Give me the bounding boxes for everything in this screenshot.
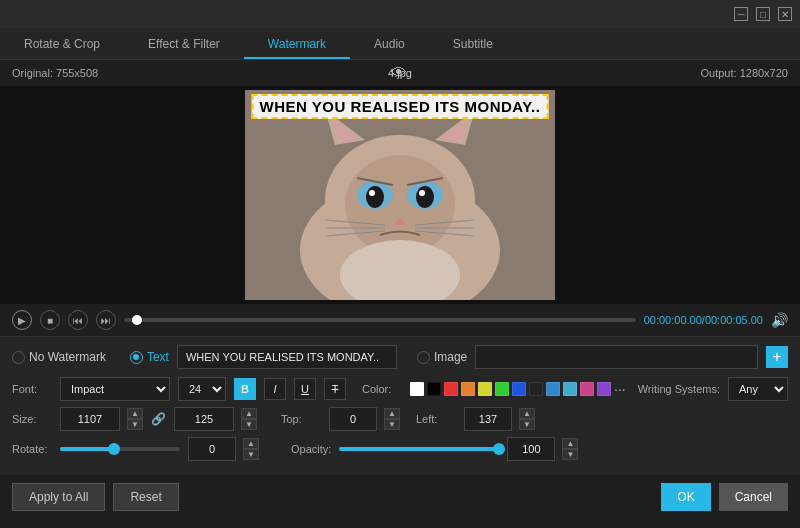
text-watermark-radio[interactable] <box>130 351 143 364</box>
height-input[interactable] <box>174 407 234 431</box>
height-down-button[interactable]: ▼ <box>241 419 257 430</box>
font-size-select[interactable]: 24 12 18 36 <box>178 377 226 401</box>
ok-button[interactable]: OK <box>661 483 710 511</box>
swatch-purple[interactable] <box>597 382 611 396</box>
no-watermark-option[interactable]: No Watermark <box>12 350 106 364</box>
reset-button[interactable]: Reset <box>113 483 178 511</box>
width-down-button[interactable]: ▼ <box>127 419 143 430</box>
top-spinner: ▲ ▼ <box>384 408 400 430</box>
color-swatches: ··· <box>410 381 626 397</box>
writing-systems-select[interactable]: Any Latin CJK <box>728 377 788 401</box>
tab-watermark[interactable]: Watermark <box>244 28 350 59</box>
height-up-button[interactable]: ▲ <box>241 408 257 419</box>
strikethrough-button[interactable]: T <box>324 378 346 400</box>
rotate-slider-fill <box>60 447 114 451</box>
width-input[interactable] <box>60 407 120 431</box>
transport-bar: ▶ ■ ⏮ ⏭ 00:00:00.00/00:00:05.00 🔊 <box>0 304 800 336</box>
swatch-blue[interactable] <box>512 382 526 396</box>
rotate-slider[interactable] <box>60 447 180 451</box>
watermark-text-input[interactable] <box>177 345 397 369</box>
timeline-playhead[interactable] <box>132 315 142 325</box>
opacity-input[interactable] <box>507 437 555 461</box>
opacity-label: Opacity: <box>291 443 331 455</box>
swatch-green[interactable] <box>495 382 509 396</box>
watermark-type-row: No Watermark Text Image + <box>12 345 788 369</box>
svg-point-12 <box>369 190 375 196</box>
maximize-button[interactable]: □ <box>756 7 770 21</box>
rotate-input[interactable] <box>188 437 236 461</box>
opacity-down-button[interactable]: ▼ <box>562 449 578 460</box>
svg-point-10 <box>366 186 384 208</box>
left-label: Left: <box>416 413 456 425</box>
watermark-image-input[interactable] <box>475 345 758 369</box>
swatch-red[interactable] <box>444 382 458 396</box>
image-watermark-label: Image <box>434 350 467 364</box>
top-up-button[interactable]: ▲ <box>384 408 400 419</box>
writing-systems-label: Writing Systems: <box>638 383 720 395</box>
title-bar: ─ □ ✕ <box>0 0 800 28</box>
text-watermark-option[interactable]: Text <box>130 350 169 364</box>
tab-rotate-crop[interactable]: Rotate & Crop <box>0 28 124 59</box>
volume-icon[interactable]: 🔊 <box>771 312 788 328</box>
prev-button[interactable]: ⏮ <box>68 310 88 330</box>
svg-point-11 <box>416 186 434 208</box>
opacity-slider-thumb[interactable] <box>493 443 505 455</box>
top-input[interactable] <box>329 407 377 431</box>
top-label: Top: <box>281 413 321 425</box>
height-spinner: ▲ ▼ <box>241 408 257 430</box>
swatch-white[interactable] <box>410 382 424 396</box>
timeline[interactable] <box>124 318 636 322</box>
rotate-spinner: ▲ ▼ <box>243 438 259 460</box>
link-icon[interactable]: 🔗 <box>151 412 166 426</box>
minimize-button[interactable]: ─ <box>734 7 748 21</box>
left-up-button[interactable]: ▲ <box>519 408 535 419</box>
apply-to-all-button[interactable]: Apply to All <box>12 483 105 511</box>
top-down-button[interactable]: ▼ <box>384 419 400 430</box>
width-up-button[interactable]: ▲ <box>127 408 143 419</box>
rotate-label: Rotate: <box>12 443 52 455</box>
left-input[interactable] <box>464 407 512 431</box>
output-size: Output: 1280x720 <box>701 67 788 79</box>
image-watermark-radio[interactable] <box>417 351 430 364</box>
font-family-select[interactable]: Impact Arial Times New Roman <box>60 377 170 401</box>
swatch-pink[interactable] <box>580 382 594 396</box>
opacity-slider[interactable] <box>339 447 499 451</box>
tab-audio[interactable]: Audio <box>350 28 429 59</box>
font-label: Font: <box>12 383 52 395</box>
play-button[interactable]: ▶ <box>12 310 32 330</box>
rotate-slider-thumb[interactable] <box>108 443 120 455</box>
stop-button[interactable]: ■ <box>40 310 60 330</box>
swatch-darkgray[interactable] <box>529 382 543 396</box>
swatch-yellow[interactable] <box>478 382 492 396</box>
cancel-button[interactable]: Cancel <box>719 483 788 511</box>
no-watermark-label: No Watermark <box>29 350 106 364</box>
tab-effect-filter[interactable]: Effect & Filter <box>124 28 244 59</box>
size-label: Size: <box>12 413 52 425</box>
color-label: Color: <box>362 383 402 395</box>
tab-subtitle[interactable]: Subtitle <box>429 28 517 59</box>
bold-button[interactable]: B <box>234 378 256 400</box>
rotate-up-button[interactable]: ▲ <box>243 438 259 449</box>
file-bar: Original: 755x508 👁 4.jpg Output: 1280x7… <box>0 60 800 86</box>
swatch-cyan[interactable] <box>563 382 577 396</box>
swatch-lightblue[interactable] <box>546 382 560 396</box>
italic-button[interactable]: I <box>264 378 286 400</box>
next-button[interactable]: ⏭ <box>96 310 116 330</box>
left-down-button[interactable]: ▼ <box>519 419 535 430</box>
more-colors-button[interactable]: ··· <box>614 381 626 397</box>
cat-image <box>245 90 555 300</box>
tab-bar: Rotate & Crop Effect & Filter Watermark … <box>0 28 800 60</box>
add-image-button[interactable]: + <box>766 346 788 368</box>
swatch-black[interactable] <box>427 382 441 396</box>
no-watermark-radio[interactable] <box>12 351 25 364</box>
original-size: Original: 755x508 <box>12 67 98 79</box>
rotate-down-button[interactable]: ▼ <box>243 449 259 460</box>
bottom-row: Apply to All Reset OK Cancel <box>0 475 800 519</box>
close-button[interactable]: ✕ <box>778 7 792 21</box>
swatch-orange[interactable] <box>461 382 475 396</box>
time-display: 00:00:00.00/00:00:05.00 <box>644 314 763 326</box>
rotate-opacity-row: Rotate: ▲ ▼ Opacity: ▲ ▼ <box>12 437 788 461</box>
opacity-up-button[interactable]: ▲ <box>562 438 578 449</box>
underline-button[interactable]: U <box>294 378 316 400</box>
image-watermark-option[interactable]: Image <box>417 350 467 364</box>
